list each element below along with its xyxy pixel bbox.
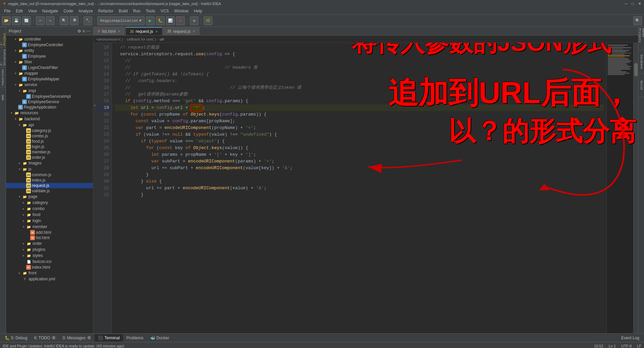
tree-item-front[interactable]: ▸📁front [6, 270, 93, 276]
tree-item-employeecontroller[interactable]: CEmployeeController [6, 42, 93, 48]
event-log-tab[interactable]: Event Log [618, 334, 643, 342]
menu-item-tools[interactable]: Tools [143, 9, 158, 13]
tree-item-backend[interactable]: ▾📂backend [6, 116, 93, 122]
tree-item-js[interactable]: ▾📂js [6, 166, 93, 172]
code-editor[interactable]: ⚠ 10 11 12 13 14 15 16 17 18 19 20 21 22 [93, 43, 638, 333]
tree-item-login[interactable]: ▸📁login [6, 218, 93, 224]
expand-arrow-plugins[interactable]: ▸ [23, 248, 26, 251]
maximize-button[interactable]: □ [632, 1, 634, 6]
open-file-button[interactable]: 📂 [2, 16, 11, 25]
project-panel-button[interactable]: 1: Project [0, 27, 6, 47]
terminal-tab[interactable]: ⬛ Terminal [95, 334, 123, 342]
expand-arrow-food[interactable]: ▸ [23, 213, 26, 216]
close-button[interactable]: ✕ [638, 1, 641, 6]
undo-button[interactable]: ↩ [36, 16, 45, 25]
tree-item-employeemapper[interactable]: CEmployeeMapper [6, 76, 93, 82]
expand-arrow-member[interactable]: ▾ [23, 225, 26, 228]
tree-item-employeeserviceimpl[interactable]: CEmployeeServiceImpl [6, 94, 93, 99]
expand-arrow-combo[interactable]: ▸ [23, 207, 26, 210]
tree-item-request-js[interactable]: JSrequest.js [6, 183, 93, 188]
tree-item-validate-js[interactable]: JSvalidate.js [6, 188, 93, 194]
expand-arrow-login[interactable]: ▸ [23, 219, 26, 222]
menu-item-navigate[interactable]: Navigate [40, 9, 61, 13]
debug-tab[interactable]: 🐛 5: Debug [1, 334, 31, 342]
menu-item-vcs[interactable]: VCS [158, 9, 172, 13]
menu-item-code[interactable]: Code [61, 9, 76, 13]
build-button[interactable]: Build [638, 74, 644, 97]
expand-arrow-api[interactable]: ▾ [19, 123, 22, 127]
tree-item-category-js[interactable]: JScategory.js [6, 128, 93, 133]
expand-arrow-controller[interactable]: ▾ [15, 38, 18, 41]
project-settings-icon[interactable]: ⋯ [86, 29, 90, 33]
tree-item-food[interactable]: ▸📁food [6, 212, 93, 218]
menu-item-analyze[interactable]: Analyze [76, 9, 96, 13]
tree-item-api[interactable]: ▾📂api [6, 122, 93, 128]
expand-arrow-order[interactable]: ▸ [23, 242, 26, 245]
tree-item-combo-js[interactable]: JScombo.js [6, 133, 93, 139]
menu-item-help[interactable]: Help [191, 9, 205, 13]
expand-arrow-front[interactable]: ▸ [19, 271, 22, 275]
tree-item-application-yml[interactable]: Yapplication.yml [6, 276, 93, 282]
expand-arrow-service[interactable]: ▾ [15, 83, 18, 86]
minimize-button[interactable]: ─ [625, 1, 628, 6]
run-button[interactable]: ▶ [146, 16, 155, 25]
favorites-panel-button[interactable]: Favorites [0, 67, 6, 87]
tab-request-js-2[interactable]: JS request.js ✕ [163, 27, 200, 35]
tree-item-logincheckfilter[interactable]: CLoginCheckFilter [6, 65, 93, 70]
debug-button[interactable]: 🐛 [156, 16, 165, 25]
tree-item-order-js[interactable]: JSorder.js [6, 155, 93, 160]
problems-tab[interactable]: Problems [123, 334, 147, 342]
tab-close-request-js-2[interactable]: ✕ [193, 29, 195, 33]
project-collapse-icon[interactable]: ≡ [83, 29, 85, 33]
tab-list-html[interactable]: H list.html ✕ [93, 27, 125, 35]
build-button[interactable]: 🔨 [84, 16, 92, 25]
tab-request-js[interactable]: JS request.js ✕ [125, 27, 162, 35]
profile-button[interactable]: ⚙ [190, 16, 199, 25]
tree-item-controller[interactable]: ▾📂controller [6, 36, 93, 42]
tree-item-impl[interactable]: ▾📂impl [6, 88, 93, 94]
run-config-dropdown[interactable]: ReggieApplication ▼ [97, 16, 145, 25]
sync-button[interactable]: 🔄 [22, 16, 31, 25]
tree-item-category[interactable]: ▸📁category [6, 200, 93, 206]
tree-item-index-html[interactable]: Hindex.html [6, 265, 93, 270]
tree-item-employeeservice[interactable]: CEmployeeService [6, 99, 93, 105]
tree-item-favicon-ico[interactable]: 📄favicon.ico [6, 259, 93, 265]
tree-item-images[interactable]: ▸📁images [6, 160, 93, 166]
replace-button[interactable]: 🔎 [70, 16, 78, 25]
code-content[interactable]: // request拦截器 service.interceptors.reque… [112, 43, 606, 333]
titlebar-controls[interactable]: ─ □ ✕ [625, 1, 641, 6]
structure-panel-button[interactable]: 2: Structure [0, 47, 6, 67]
expand-arrow-resources[interactable]: ▾ [11, 111, 14, 115]
vertical-scrollbar[interactable] [633, 43, 638, 333]
database-button[interactable]: Database [638, 50, 644, 74]
expand-arrow-mapper[interactable]: ▾ [15, 72, 18, 75]
project-gear-icon[interactable]: ⚙ [77, 29, 81, 33]
vcs-button[interactable]: 🌿 [204, 16, 212, 25]
web-panel-button[interactable]: Web [0, 87, 6, 107]
tree-item-service[interactable]: ▾📂service [6, 82, 93, 88]
tree-item-page[interactable]: ▾📂page [6, 194, 93, 200]
menu-item-view[interactable]: View [25, 9, 40, 13]
expand-arrow-filter[interactable]: ▾ [15, 60, 18, 64]
expand-arrow-entity[interactable]: ▾ [15, 49, 18, 52]
tree-item-entity[interactable]: ▾📂entity [6, 48, 93, 54]
coverage-button[interactable]: 📊 [166, 16, 175, 25]
tree-item-member-js[interactable]: JSmember.js [6, 149, 93, 155]
tree-item-order[interactable]: ▸📁order [6, 240, 93, 247]
menu-item-refactor[interactable]: Refactor [96, 9, 116, 13]
search-everywhere-button[interactable]: 🔍 [633, 16, 642, 25]
expand-arrow-images[interactable]: ▸ [19, 161, 22, 165]
redo-button[interactable]: ↪ [46, 16, 55, 25]
tree-item-member[interactable]: ▾📂member [6, 224, 93, 230]
menu-item-run[interactable]: Run [130, 9, 143, 13]
expand-arrow-category[interactable]: ▸ [23, 201, 26, 204]
todo-tab[interactable]: 6: TODO 0 [31, 334, 59, 342]
tree-item-styles[interactable]: ▸📁styles [6, 253, 93, 259]
tree-item-employee[interactable]: CEmployee [6, 54, 93, 59]
docker-tab[interactable]: 🐳 Docker [147, 334, 173, 342]
tree-item-reggieapplication[interactable]: CReggieApplication [6, 105, 93, 110]
messages-tab[interactable]: 0: Messages 0 [59, 334, 95, 342]
tab-close-list-html[interactable]: ✕ [118, 29, 120, 33]
tree-item-add-html[interactable]: Hadd.html [6, 230, 93, 235]
menu-item-window[interactable]: Window [171, 9, 191, 13]
